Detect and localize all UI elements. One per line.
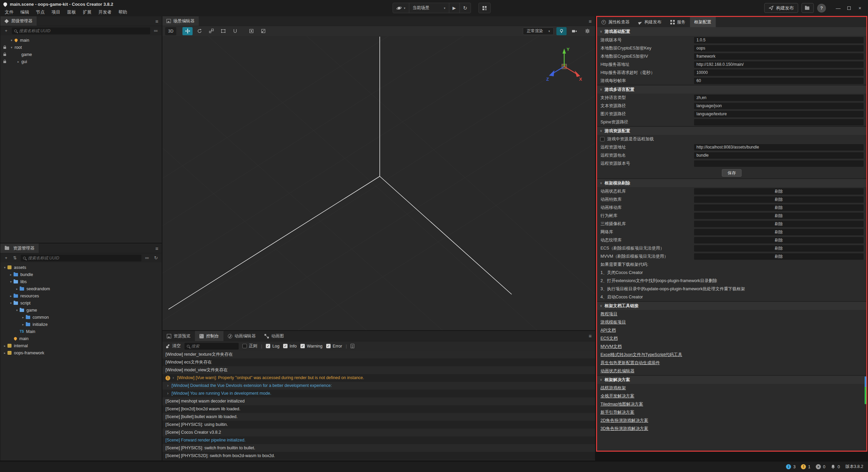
restart-button[interactable]: ↻ (460, 3, 471, 13)
assets-menu-icon[interactable]: ≡ (155, 243, 158, 253)
hierarchy-tab[interactable]: 层级管理器 (0, 16, 37, 26)
assets-tab[interactable]: 资源管理器 (0, 243, 39, 253)
menu-item-节点[interactable]: 节点 (33, 9, 48, 16)
console-log-row[interactable]: [Window] ecs文件夹存在 (162, 358, 595, 366)
console-log-row[interactable]: [Scene] meshopt wasm decoder initialized (162, 397, 595, 405)
hierarchy-filter-icon[interactable]: ≔ (153, 28, 159, 33)
remove-module-button[interactable]: 剔除 (694, 229, 864, 235)
help-button[interactable]: ? (817, 4, 826, 13)
menu-item-面板[interactable]: 面板 (64, 9, 79, 16)
asset-node-main[interactable]: main (0, 335, 162, 342)
menu-item-项目[interactable]: 项目 (48, 9, 64, 16)
console-menu-icon[interactable]: ≡ (589, 331, 592, 340)
scene-editor-tab[interactable]: 场景编辑器 (162, 16, 199, 26)
field-input-文本资源路径[interactable] (694, 103, 864, 109)
inspector-tab-服务[interactable]: 服务 (666, 17, 690, 27)
menu-item-开发者[interactable]: 开发者 (95, 9, 115, 16)
expand-chevron-icon[interactable]: › (167, 390, 169, 397)
scene-select-dropdown[interactable]: 当前场景 ▾ (409, 3, 449, 13)
section-header-框架模块剔除[interactable]: ∨框架模块剔除 (597, 178, 866, 187)
open-project-folder-button[interactable] (802, 3, 814, 13)
hierarchy-node-gui[interactable]: ▸gui (0, 58, 162, 65)
filter-Log[interactable]: ✓Log (266, 344, 279, 349)
asset-node-script[interactable]: ▾script (0, 299, 162, 307)
axis-gizmo[interactable]: Y X Z (546, 47, 582, 82)
link-新手引导解决方案[interactable]: 新手引导解决方案 (600, 410, 634, 415)
asset-node-internal[interactable]: ▸internal (0, 342, 162, 349)
field-input-远程资源版本号[interactable] (694, 160, 864, 167)
expand-chevron-icon[interactable]: › (167, 382, 169, 390)
chevron-right-icon[interactable]: ▸ (15, 287, 19, 291)
remove-module-button[interactable]: 剔除 (694, 196, 864, 203)
assets-search-input[interactable] (28, 256, 139, 260)
hierarchy-node-game[interactable]: game (0, 51, 162, 58)
console-log-row[interactable]: ›[Window] You are running Vue in develop… (162, 390, 595, 397)
field-input-游戏每秒帧率[interactable] (694, 78, 864, 84)
inspector-scrollbar-thumb[interactable] (865, 376, 866, 404)
asset-node-Main[interactable]: TSMain (0, 328, 162, 335)
chevron-down-icon[interactable]: ▾ (15, 309, 19, 312)
console-tab-控制台[interactable]: 控制台 (195, 331, 223, 341)
camera-settings-button[interactable] (569, 27, 579, 35)
link-全栈开发解决方案[interactable]: 全栈开发解决方案 (600, 394, 634, 398)
create-node-button[interactable]: + (3, 28, 9, 33)
console-log-row[interactable]: ›[Window] Download the Vue Devtools exte… (162, 382, 595, 390)
render-mode-select[interactable]: 正常渲染 ▾ (523, 27, 554, 35)
asset-node-game[interactable]: ▾game (0, 307, 162, 314)
create-asset-button[interactable]: + (3, 255, 9, 260)
link-原生包热更新配置自动生成插件[interactable]: 原生包热更新配置自动生成插件 (600, 360, 660, 365)
console-log-row[interactable]: [Scene] [box2d]:box2d wasm lib loaded. (162, 405, 595, 413)
link-Tiledmap地图解决方案[interactable]: Tiledmap地图解决方案 (600, 402, 643, 407)
clear-console-button[interactable]: 清空 (166, 343, 181, 349)
filter-Warning[interactable]: ✓Warning (300, 344, 322, 349)
anchor-tool-button[interactable] (230, 27, 240, 35)
checkbox-Log[interactable]: ✓ (266, 344, 270, 348)
chevron-right-icon[interactable]: ▸ (8, 294, 13, 298)
asset-node-bundle[interactable]: ▸bundle (0, 271, 162, 278)
status-info-counter[interactable]: i 3 (786, 464, 795, 469)
chevron-down-icon[interactable]: ▾ (8, 301, 13, 305)
gizmo-coordinate-button[interactable] (258, 27, 268, 35)
checkbox-Error[interactable]: ✓ (326, 344, 331, 348)
hierarchy-node-main[interactable]: ▾main (0, 37, 162, 44)
status-notification-counter[interactable]: 0 (831, 464, 840, 469)
projection-2d3d-toggle[interactable]: 3D (165, 27, 176, 35)
scene-menu-icon[interactable]: ≡ (589, 16, 592, 26)
hierarchy-node-root[interactable]: ▾root (0, 44, 162, 51)
field-input-Spine资源路径[interactable] (694, 119, 864, 125)
console-log-row[interactable]: [Window] render_texture文件夹存在 (162, 351, 595, 358)
sort-assets-icon[interactable]: ⇅ (12, 255, 18, 260)
remove-module-button[interactable]: 剔除 (694, 245, 864, 252)
menu-item-扩展[interactable]: 扩展 (79, 9, 95, 16)
console-log-row[interactable]: [Window] model_view文件夹存在 (162, 366, 595, 374)
console-log-row[interactable]: [Scene] Cocos Creator v3.8.2 (162, 429, 595, 436)
console-search-input[interactable] (191, 344, 236, 349)
remove-module-button[interactable]: 剔除 (694, 221, 864, 227)
status-error-counter[interactable]: × 0 (816, 464, 825, 469)
remove-module-button[interactable]: 剔除 (694, 213, 864, 219)
build-publish-button[interactable]: 构建发布 (764, 3, 798, 13)
console-tab-动画图[interactable]: 动画图 (260, 331, 289, 341)
play-button[interactable]: ▶ (449, 3, 460, 13)
console-log-row[interactable]: [Scene] [PHYSICS]: switch from builtin t… (162, 444, 595, 452)
asset-node-libs[interactable]: ▾libs (0, 278, 162, 285)
preview-platform-button[interactable]: ▾ (393, 3, 409, 13)
field-input-图片资源路径[interactable] (694, 111, 864, 117)
chevron-down-icon[interactable]: ▾ (2, 266, 7, 269)
console-searchbox[interactable] (184, 343, 239, 350)
chevron-right-icon[interactable]: ▸ (8, 273, 13, 276)
section-header-游戏基础配置[interactable]: ∨游戏基础配置 (597, 27, 866, 36)
regex-toggle[interactable]: 正则 (242, 343, 257, 349)
menu-item-文件[interactable]: 文件 (1, 9, 17, 16)
console-log-row[interactable]: [Scene] [bullet]:bullet wasm lib loaded. (162, 413, 595, 421)
rect-tool-button[interactable] (218, 27, 228, 35)
regex-checkbox[interactable] (242, 344, 247, 348)
inspector-tab-框架配置[interactable]: 框架配置 (690, 17, 716, 27)
chevron-down-icon[interactable]: ▾ (9, 39, 14, 42)
inspector-tab-构建发布[interactable]: 构建发布 (634, 17, 666, 27)
field-input-Http服务器地址[interactable] (694, 61, 864, 68)
menu-item-帮助[interactable]: 帮助 (115, 9, 131, 16)
console-tab-资源预览[interactable]: 资源预览 (162, 331, 195, 341)
field-input-游戏版本号[interactable] (694, 37, 864, 43)
chevron-right-icon[interactable]: ▸ (2, 351, 7, 355)
